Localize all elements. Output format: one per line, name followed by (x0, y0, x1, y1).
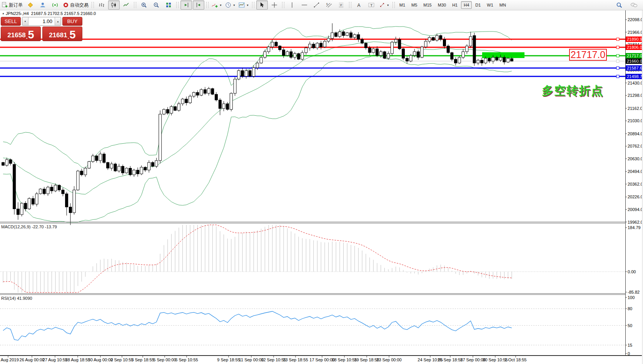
sell-button[interactable]: SELL (1, 17, 21, 26)
toolbar-grip (282, 2, 284, 8)
toolbar-group (180, 0, 205, 10)
gold-icon (27, 2, 33, 8)
toolbar-grip (176, 2, 179, 8)
channel-icon: E (326, 2, 332, 8)
toolbar-group (256, 0, 281, 10)
chart-canvas[interactable] (0, 0, 643, 364)
market-button[interactable] (25, 0, 36, 10)
linechart-icon (123, 2, 129, 8)
toolbar-grip (134, 2, 136, 8)
horizontal-line-button[interactable] (299, 0, 310, 10)
macd-indicator-label: MACD(12,26,9) -22.70 -13.79 (1, 224, 57, 229)
fibo-icon: F (338, 2, 344, 8)
buy-price-dot: . (68, 34, 69, 40)
periods-button[interactable]: ▼ (224, 0, 237, 10)
fibonacci-button[interactable]: F (336, 0, 347, 10)
templates-icon (239, 2, 245, 8)
timeframe-bar: M1M5M15M30H1H4D1W1MN (396, 1, 509, 9)
autotrading-button[interactable]: 自动交易 (62, 0, 90, 10)
text-label-button[interactable]: T (366, 0, 377, 10)
zoom-out-button[interactable] (150, 0, 162, 10)
trendline-button[interactable] (311, 0, 322, 10)
chat-button[interactable] (628, 0, 640, 10)
bar-chart-button[interactable] (96, 0, 107, 10)
line-chart-button[interactable] (120, 0, 132, 10)
trading-platform-window: 新订单自动交易▼▼▼EFAT▼M1M5M15M30H1H4D1W1MN ▲JPN… (0, 0, 643, 364)
button-label: 自动交易 (70, 2, 89, 8)
sell-price[interactable]: 21658 . 5 (1, 27, 41, 41)
svg-text:E: E (326, 3, 328, 5)
toolbar-grip (392, 2, 395, 8)
timeframe-d1-button[interactable]: D1 (473, 1, 483, 9)
tile-icon (165, 2, 172, 8)
search-icon (616, 2, 623, 8)
candlestick-chart-button[interactable] (108, 0, 120, 10)
buy-price-int: 21681 (49, 31, 67, 40)
dropdown-caret-icon: ▼ (387, 4, 389, 7)
timeframe-h1-button[interactable]: H1 (449, 1, 460, 9)
indicators-button[interactable]: ▼ (210, 0, 223, 10)
toolbar-group (95, 0, 132, 10)
autotrading-icon (63, 2, 69, 8)
timeframe-m15-button[interactable]: M15 (421, 1, 434, 9)
volume-stepper: ▼ 1.00 ▲ (22, 17, 61, 26)
ohlc-values: 21687.5 21702.5 21657.5 21660.0 (31, 11, 96, 16)
rsi-indicator-label: RSI(14) 41.9090 (1, 296, 32, 301)
auto-scroll-icon (183, 2, 189, 8)
buy-price[interactable]: 21681 . 5 (42, 27, 82, 41)
timeframe-h4-button[interactable]: H4 (461, 1, 472, 9)
timeframe-mn-button[interactable]: MN (497, 1, 509, 9)
dropdown-caret-icon: ▼ (233, 4, 235, 7)
crosshair-button[interactable] (269, 0, 280, 10)
clock-icon (225, 2, 231, 8)
hline-icon (301, 2, 307, 8)
volume-increase-button[interactable]: ▲ (55, 17, 61, 25)
chart-title: ▲JPN225-,H421687.5 21702.5 21657.5 21660… (2, 11, 96, 16)
dropdown-caret-icon: ▼ (219, 4, 222, 7)
symbol-period-label: JPN225-,H4 (6, 11, 29, 16)
auto-scroll-button[interactable] (180, 0, 192, 10)
bars-icon (99, 2, 105, 8)
search-button[interactable] (613, 0, 625, 10)
toolbar-grip (349, 2, 351, 8)
zoom-in-button[interactable] (138, 0, 150, 10)
timeframe-m30-button[interactable]: M30 (435, 1, 449, 9)
templates-button[interactable]: ▼ (237, 0, 250, 10)
timeframe-m1-button[interactable]: M1 (397, 1, 408, 9)
community-button[interactable] (37, 0, 48, 10)
svg-text:A: A (357, 3, 360, 8)
sell-price-dot: . (26, 34, 28, 40)
chart-shift-icon (195, 2, 202, 8)
signal-icon (52, 2, 58, 8)
tile-windows-button[interactable] (163, 0, 174, 10)
toolbar-group: EF (286, 0, 347, 10)
zoom-out-icon (153, 2, 159, 8)
cursor-button[interactable] (256, 0, 268, 10)
toolbar-grip (92, 2, 94, 8)
chart-shift-button[interactable] (193, 0, 204, 10)
toolbar-group: AT▼ (353, 0, 391, 10)
toolbar-grip (252, 2, 254, 8)
chat-icon (630, 2, 638, 8)
volume-input[interactable]: 1.00 (28, 17, 55, 25)
cursor-icon (259, 2, 265, 8)
new-order-icon (2, 2, 8, 8)
trendline-icon (314, 2, 320, 8)
timeframe-m5-button[interactable]: M5 (409, 1, 420, 9)
signals-button[interactable] (49, 0, 61, 10)
arrows-button[interactable]: ▼ (378, 0, 391, 10)
toolbar-grip (206, 2, 209, 8)
volume-decrease-button[interactable]: ▼ (22, 17, 28, 25)
timeframe-w1-button[interactable]: W1 (484, 1, 496, 9)
text-button[interactable]: A (353, 0, 365, 10)
vertical-line-button[interactable] (286, 0, 298, 10)
indicators-icon (212, 2, 218, 8)
turning-point-annotation[interactable]: 多空转折点 (542, 83, 603, 99)
price-annotation-box[interactable]: 21717.0 (569, 49, 607, 61)
buy-button[interactable]: BUY (62, 17, 82, 26)
channel-button[interactable]: E (323, 0, 335, 10)
svg-text:T: T (370, 3, 372, 7)
new-order-button[interactable]: 新订单 (0, 0, 24, 10)
toolbar-group (138, 0, 175, 10)
toolbar-group: 新订单自动交易 (0, 0, 90, 10)
